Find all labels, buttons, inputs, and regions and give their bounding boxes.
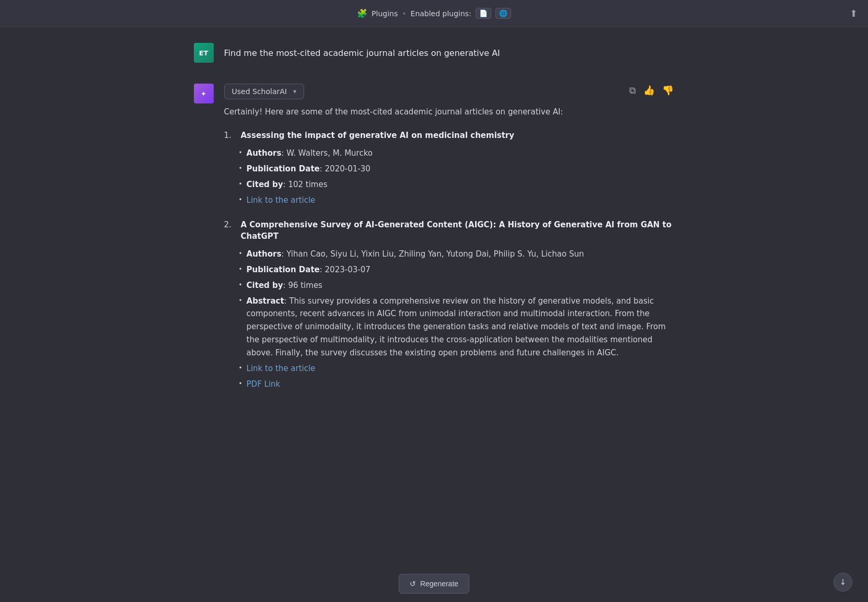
plugins-label: Plugins	[372, 9, 398, 18]
dot-separator: •	[402, 9, 406, 18]
article-1-header: 1. Assessing the impact of generative AI…	[224, 130, 675, 142]
regenerate-button[interactable]: ↺ Regenerate	[399, 574, 469, 594]
cited-value-1: 102 times	[288, 180, 327, 189]
bullet-icon: •	[239, 249, 242, 259]
scroll-down-button[interactable]: ↓	[834, 573, 852, 592]
abstract-label-2: Abstract	[247, 296, 284, 306]
authors-label-2: Authors	[247, 249, 282, 259]
thumbdown-icon: 👎	[662, 85, 674, 96]
bullet-icon: •	[239, 264, 242, 274]
plugin2-icon: 🌐	[499, 9, 507, 17]
authors-label-1: Authors	[247, 148, 282, 158]
date-value-2: 2023-03-07	[325, 265, 371, 274]
ai-avatar: ✦	[194, 84, 214, 103]
article-2-link-row: • Link to the article	[239, 362, 675, 375]
plugin-used-label: Used ScholarAI	[232, 87, 287, 96]
article-1-link-row: • Link to the article	[239, 194, 675, 206]
bullet-icon: •	[239, 164, 242, 173]
abstract-value-2: This survey provides a comprehensive rev…	[247, 296, 666, 357]
article-2-title: A Comprehensive Survey of AI-Generated C…	[241, 219, 675, 242]
cited-value-2: 96 times	[288, 281, 322, 290]
bullet-icon: •	[239, 148, 242, 158]
thumbup-icon: 👍	[643, 85, 655, 96]
article-2-date-row: • Publication Date: 2023-03-07	[239, 263, 675, 276]
top-bar-center: 🧩 Plugins • Enabled plugins: 📄 🌐	[357, 8, 511, 19]
date-label-1: Publication Date	[247, 164, 320, 173]
user-message-content: Find me the most-cited academic journal …	[224, 43, 675, 58]
chevron-down-icon: ▾	[293, 88, 296, 95]
bullet-icon: •	[239, 280, 242, 290]
article-2-details: • Authors: Yihan Cao, Siyu Li, Yixin Liu…	[239, 248, 675, 391]
bullet-icon: •	[239, 195, 242, 205]
article-2-cited-row: • Cited by: 96 times	[239, 279, 675, 292]
date-value-1: 2020-01-30	[325, 164, 371, 173]
regenerate-icon: ↺	[410, 580, 416, 588]
authors-value-2: Yihan Cao, Siyu Li, Yixin Liu, Zhiling Y…	[286, 249, 584, 259]
ai-message-wrapper: ⧉ 👍 👎 Used ScholarAI ▾ Certainly! Here a…	[224, 84, 675, 403]
article-1-authors-row: • Authors: W. Walters, M. Murcko	[239, 147, 675, 159]
article-2-number: 2.	[224, 220, 237, 229]
cited-label-2: Cited by	[247, 281, 283, 290]
article-item-2: 2. A Comprehensive Survey of AI-Generate…	[224, 219, 675, 391]
articles-list: 1. Assessing the impact of generative AI…	[224, 130, 675, 403]
ai-response: Used ScholarAI ▾ Certainly! Here are som…	[224, 84, 675, 403]
article-1-details: • Authors: W. Walters, M. Murcko • Publi…	[239, 147, 675, 206]
article-2-abstract-row: • Abstract: This survey provides a compr…	[239, 295, 675, 360]
puzzle-icon: 🧩	[357, 8, 367, 18]
article-1-cited-row: • Cited by: 102 times	[239, 178, 675, 191]
article-2-authors-row: • Authors: Yihan Cao, Siyu Li, Yixin Liu…	[239, 248, 675, 260]
article-1-title: Assessing the impact of generative AI on…	[241, 130, 515, 142]
bullet-icon: •	[239, 179, 242, 189]
bullet-icon: •	[239, 379, 242, 389]
user-message-row: ET Find me the most-cited academic journ…	[194, 43, 675, 63]
article-2-pdf-link[interactable]: PDF Link	[247, 378, 281, 390]
share-icon: ⬆	[850, 8, 858, 19]
cited-label-1: Cited by	[247, 180, 283, 189]
bottom-bar: ↺ Regenerate	[0, 565, 868, 602]
article-item-1: 1. Assessing the impact of generative AI…	[224, 130, 675, 206]
article-2-header: 2. A Comprehensive Survey of AI-Generate…	[224, 219, 675, 242]
article-1-number: 1.	[224, 131, 237, 140]
copy-button[interactable]: ⧉	[628, 84, 637, 97]
plugin1-icon: 📄	[479, 9, 488, 17]
top-bar: 🧩 Plugins • Enabled plugins: 📄 🌐 ⬆	[0, 0, 868, 27]
article-2-link[interactable]: Link to the article	[247, 362, 316, 375]
authors-value-1: W. Walters, M. Murcko	[286, 148, 373, 158]
date-label-2: Publication Date	[247, 265, 320, 274]
message-actions: ⧉ 👍 👎	[628, 84, 675, 97]
plugin1-badge[interactable]: 📄	[476, 8, 491, 19]
chat-area: ET Find me the most-cited academic journ…	[183, 27, 685, 487]
copy-icon: ⧉	[629, 85, 636, 96]
user-text: Find me the most-cited academic journal …	[224, 48, 675, 58]
thumbup-button[interactable]: 👍	[642, 84, 656, 97]
ai-logo: ✦	[201, 90, 206, 98]
plugin2-badge[interactable]: 🌐	[495, 8, 511, 19]
enabled-label: Enabled plugins:	[411, 9, 471, 18]
bullet-icon: •	[239, 296, 242, 306]
user-avatar: ET	[194, 43, 214, 63]
thumbdown-button[interactable]: 👎	[661, 84, 675, 97]
user-initials: ET	[199, 49, 209, 57]
ai-message-row: ✦ ⧉ 👍 👎 Used ScholarAI ▾	[194, 84, 675, 403]
share-button[interactable]: ⬆	[850, 8, 858, 19]
bullet-icon: •	[239, 363, 242, 373]
scroll-down-icon: ↓	[840, 577, 847, 587]
article-1-link[interactable]: Link to the article	[247, 194, 316, 206]
article-2-pdf-row: • PDF Link	[239, 378, 675, 390]
plugin-used-dropdown[interactable]: Used ScholarAI ▾	[224, 84, 304, 99]
article-1-date-row: • Publication Date: 2020-01-30	[239, 163, 675, 175]
intro-text: Certainly! Here are some of the most-cit…	[224, 106, 675, 118]
regenerate-label: Regenerate	[420, 580, 458, 588]
